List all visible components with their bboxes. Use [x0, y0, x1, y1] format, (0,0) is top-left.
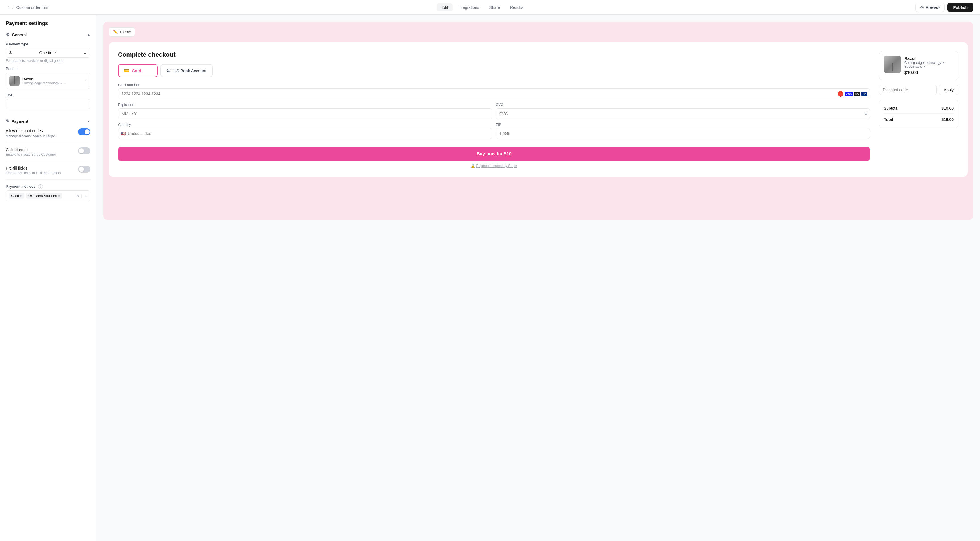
general-content: Payment type $ One-time ⌄ For products, …	[6, 42, 91, 109]
discount-input[interactable]	[879, 85, 937, 95]
payment-section-header[interactable]: ✎ Payment ▲	[6, 119, 91, 124]
exp-cvc-row: Expiration CVC ≡	[118, 103, 870, 119]
mc-icon: MC	[854, 92, 860, 96]
title-group: Title Complete checkout	[6, 93, 91, 109]
prefill-hint: From other fields or URL parameters	[6, 171, 75, 175]
card-number-field: 🔴 VISA MC PP	[118, 89, 870, 99]
home-icon[interactable]: ⌂	[7, 5, 10, 10]
prefill-group: Pre-fill fields From other fields or URL…	[6, 166, 91, 175]
subtotal-value: $10.00	[942, 106, 954, 111]
visa-icon: VISA	[845, 92, 853, 96]
preview-area: ✏️ Theme Complete checkout 💳 Card 🏛	[103, 22, 973, 220]
card-number-group: Card number 🔴 VISA MC PP	[118, 83, 870, 99]
checkout-card: Complete checkout 💳 Card 🏛 US Bank Accou…	[109, 42, 967, 177]
method-tag-bank: US Bank Account ×	[26, 193, 62, 199]
sidebar-title: Payment settings	[6, 21, 91, 26]
main-content: ✏️ Theme Complete checkout 💳 Card 🏛	[96, 15, 980, 541]
methods-clear-icon[interactable]: ✕	[76, 194, 80, 198]
country-input[interactable]	[118, 128, 492, 139]
method-card-remove[interactable]: ×	[20, 194, 22, 197]
prefill-toggle[interactable]	[78, 166, 91, 173]
top-nav: ⌂ / Custom order form Edit Integrations …	[0, 0, 980, 15]
bank-tab-label: US Bank Account	[173, 68, 207, 73]
product-arrow-icon: ›	[85, 78, 87, 83]
tab-integrations[interactable]: Integrations	[454, 3, 484, 11]
payment-content: Allow discount codes Manage discount cod…	[6, 129, 91, 175]
title-input[interactable]: Complete checkout	[6, 99, 91, 109]
toggle-divider-1	[6, 143, 91, 143]
checkout-title: Complete checkout	[118, 51, 870, 59]
general-label: General	[12, 33, 27, 37]
sidebar-product-name: Razor	[22, 77, 83, 81]
lock-icon: 🔒	[471, 164, 475, 168]
collect-email-group: Collect email Enable to create Stripe Cu…	[6, 148, 91, 156]
product-thumbnail	[10, 76, 19, 86]
payment-type-icon: $	[10, 51, 12, 55]
payment-chevron: ▲	[87, 119, 91, 123]
product-card[interactable]: Razor Cutting-edge technology ✓... ›	[6, 73, 91, 89]
discount-toggle[interactable]	[78, 129, 91, 135]
method-card-label: Card	[11, 194, 19, 198]
gear-icon: ⚙	[6, 32, 10, 37]
payment-type-value: One-time	[40, 51, 56, 55]
payment-type-select[interactable]: $ One-time ⌄	[6, 48, 91, 57]
country-group: Country 🇺🇸	[118, 123, 492, 139]
payment-type-chevron: ⌄	[83, 51, 87, 55]
collect-email-hint: Enable to create Stripe Customer	[6, 153, 75, 156]
method-bank-remove[interactable]: ×	[58, 194, 60, 197]
tab-card[interactable]: 💳 Card	[118, 64, 158, 77]
card-tab-label: Card	[132, 68, 141, 73]
payment-methods-help[interactable]: ?	[38, 184, 43, 189]
main-layout: Payment settings ⚙ General ▲ Payment typ…	[0, 15, 980, 541]
cvc-input[interactable]	[496, 108, 870, 119]
payment-methods-group: Payment methods ? Card × US Bank Account…	[6, 184, 91, 201]
tab-edit[interactable]: Edit	[437, 3, 453, 11]
toggle-divider-2	[6, 161, 91, 161]
buy-button[interactable]: Buy now for $10	[118, 147, 870, 161]
country-label: Country	[118, 123, 492, 127]
nav-tabs: Edit Integrations Share Results	[437, 3, 528, 11]
general-section-header[interactable]: ⚙ General ▲	[6, 32, 91, 37]
cvc-label: CVC	[496, 103, 870, 107]
secure-text[interactable]: 🔒 Payment secured by Stripe	[118, 164, 870, 168]
apply-button[interactable]: Apply	[939, 85, 958, 95]
subtotal-row: Subtotal $10.00	[884, 104, 954, 112]
sidebar: Payment settings ⚙ General ▲ Payment typ…	[0, 15, 96, 541]
eye-icon: 👁	[920, 5, 924, 10]
manage-discount-link[interactable]: Manage discount codes in Stripe	[6, 134, 55, 138]
discount-toggle-group: Allow discount codes Manage discount cod…	[6, 129, 91, 138]
prefill-label: Pre-fill fields	[6, 166, 75, 170]
checkout-form: Complete checkout 💳 Card 🏛 US Bank Accou…	[118, 51, 870, 168]
zip-input[interactable]	[496, 128, 870, 139]
payment-methods-label: Payment methods	[6, 184, 35, 189]
payment-type-group: Payment type $ One-time ⌄ For products, …	[6, 42, 91, 63]
zip-group: ZIP	[496, 123, 870, 139]
product-summary-img	[884, 56, 901, 73]
total-row: Total $10.00	[884, 113, 954, 123]
discount-label: Allow discount codes	[6, 129, 75, 133]
payment-methods-selector: Card × US Bank Account × ✕ | ⌄	[6, 190, 91, 201]
nav-right: 👁 Preview Publish	[915, 3, 973, 12]
card-number-input[interactable]	[118, 89, 870, 99]
card-number-label: Card number	[118, 83, 870, 87]
bank-tab-icon: 🏛	[167, 68, 171, 73]
publish-button[interactable]: Publish	[947, 3, 973, 12]
summary-product-name: Razor	[904, 56, 945, 60]
method-tag-card: Card ×	[9, 193, 24, 199]
subtotal-label: Subtotal	[884, 106, 898, 111]
methods-chevron-icon[interactable]: ⌄	[84, 194, 88, 198]
collect-email-toggle[interactable]	[78, 148, 91, 154]
tab-bank[interactable]: 🏛 US Bank Account	[161, 64, 213, 77]
payment-tabs: 💳 Card 🏛 US Bank Account	[118, 64, 870, 77]
expiration-group: Expiration	[118, 103, 492, 119]
expiration-input[interactable]	[118, 108, 492, 119]
cvc-icon: ≡	[865, 111, 867, 116]
tab-share[interactable]: Share	[485, 3, 504, 11]
theme-button[interactable]: ✏️ Theme	[109, 27, 135, 37]
preview-button[interactable]: 👁 Preview	[915, 3, 945, 12]
country-flag: 🇺🇸	[121, 131, 126, 136]
tab-results[interactable]: Results	[506, 3, 528, 11]
collect-email-label: Collect email	[6, 148, 75, 152]
product-group: Product Razor Cutting-edge technology ✓.…	[6, 67, 91, 89]
summary-price: $10.00	[904, 70, 945, 75]
